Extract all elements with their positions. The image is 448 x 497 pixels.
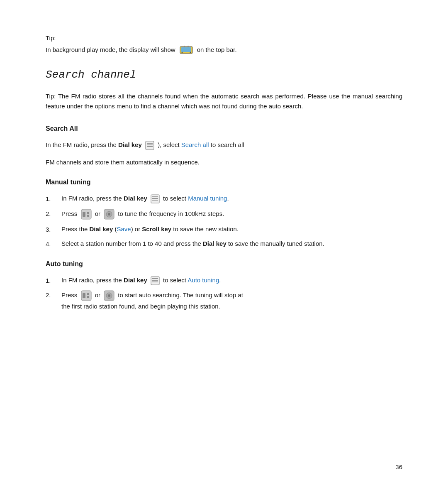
- tip-background-line: In background play mode, the display wil…: [46, 45, 402, 55]
- page: Tip: In background play mode, the displa…: [0, 0, 448, 497]
- tip-label: Tip:: [46, 33, 402, 43]
- list-content-at1: In FM radio, press the Dial key to selec…: [61, 275, 402, 286]
- list-content-1: In FM radio, press the Dial key to selec…: [61, 193, 402, 204]
- radio-display-icon: [180, 45, 193, 54]
- section-title: Search channel: [46, 66, 402, 84]
- list-num-4: 4.: [46, 239, 61, 250]
- left-nav-key-icon-at: [80, 290, 92, 301]
- list-item: 4. Select a station number from 1 to 40 …: [46, 239, 402, 250]
- list-num-1: 1.: [46, 193, 61, 204]
- list-num-at2: 2.: [46, 290, 61, 301]
- dial-key-icon-at1: [150, 276, 160, 285]
- search-all-dial-key-label: Dial key: [118, 141, 142, 148]
- svg-rect-17: [87, 215, 89, 217]
- list-content-at2: Press or to start auto searching. The tu…: [61, 290, 402, 312]
- manual-tuning-title: Manual tuning: [46, 177, 402, 188]
- list-item: 1. In FM radio, press the Dial key to se…: [46, 275, 402, 286]
- search-all-suffix: to search all: [211, 141, 244, 148]
- manual-tuning-list: 1. In FM radio, press the Dial key to se…: [46, 193, 402, 250]
- search-all-para: In the FM radio, press the Dial key ), s…: [46, 140, 402, 150]
- svg-rect-26: [83, 293, 85, 298]
- svg-rect-1: [181, 47, 191, 52]
- svg-rect-27: [87, 293, 89, 295]
- svg-rect-21: [151, 277, 159, 285]
- search-all-link[interactable]: Search all: [181, 141, 209, 148]
- search-all-section: Search All In the FM radio, press the Di…: [46, 123, 402, 168]
- svg-point-20: [108, 213, 110, 215]
- list-num-3: 3.: [46, 224, 61, 235]
- svg-point-2: [181, 52, 183, 53]
- tip-background-text: In background play mode, the display wil…: [46, 45, 175, 55]
- list-content-3: Press the Dial key (Save) or Scroll key …: [61, 224, 402, 235]
- page-number: 36: [395, 462, 402, 472]
- auto-tuning-section: Auto tuning 1. In FM radio, press the Di…: [46, 259, 402, 312]
- auto-tuning-link[interactable]: Auto tuning: [187, 277, 219, 284]
- search-all-title: Search All: [46, 123, 402, 134]
- list-item: 1. In FM radio, press the Dial key to se…: [46, 193, 402, 204]
- right-nav-key-icon-at: [103, 290, 115, 301]
- manual-tuning-link[interactable]: Manual tuning: [188, 195, 227, 202]
- svg-rect-10: [151, 195, 159, 203]
- svg-point-3: [190, 52, 191, 53]
- svg-point-31: [108, 294, 110, 297]
- list-item: 2. Press or to start auto: [46, 290, 402, 312]
- auto-tuning-title: Auto tuning: [46, 259, 402, 269]
- left-nav-key-icon: [80, 208, 92, 220]
- svg-rect-6: [146, 141, 154, 149]
- list-content-2: Press or to tune the fr: [61, 208, 402, 220]
- dial-key-icon-search-all: [145, 141, 155, 150]
- list-item: 3. Press the Dial key (Save) or Scroll k…: [46, 224, 402, 235]
- list-num-2: 2.: [46, 208, 61, 219]
- right-nav-key-icon: [103, 208, 115, 220]
- svg-rect-16: [87, 212, 89, 214]
- svg-rect-5: [187, 46, 189, 47]
- svg-rect-28: [87, 296, 89, 298]
- search-all-paren: ), select: [158, 141, 181, 148]
- save-link[interactable]: Save: [117, 225, 131, 233]
- list-content-4: Select a station number from 1 to 40 and…: [61, 239, 402, 249]
- list-num-at1: 1.: [46, 275, 61, 286]
- manual-tuning-section: Manual tuning 1. In FM radio, press the …: [46, 177, 402, 250]
- tip-background-suffix: on the top bar.: [197, 45, 237, 55]
- dial-key-icon-mt1: [150, 194, 160, 203]
- tip-search-text: Tip: The FM radio stores all the channel…: [46, 91, 402, 112]
- list-item: 2. Press or: [46, 208, 402, 220]
- search-all-prefix: In the FM radio, press the: [46, 141, 117, 148]
- svg-rect-15: [83, 212, 85, 217]
- search-all-para2: FM channels and store them automatically…: [46, 157, 402, 168]
- svg-rect-4: [184, 46, 185, 47]
- auto-tuning-list: 1. In FM radio, press the Dial key to se…: [46, 275, 402, 312]
